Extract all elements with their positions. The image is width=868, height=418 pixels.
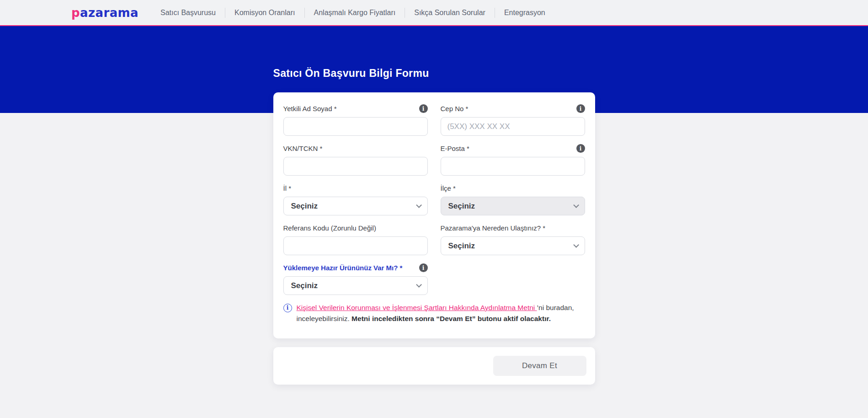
devam-et-button[interactable]: Devam Et [493, 356, 586, 376]
pazarama-logo[interactable]: pazarama [71, 7, 138, 19]
page-title: Satıcı Ön Başvuru Bilgi Formu [273, 26, 595, 80]
logo-part-blue: azarama [80, 6, 138, 20]
il-select[interactable]: Seçiniz [283, 197, 428, 215]
nav-item-komisyon-oranlari[interactable]: Komisyon Oranları [225, 9, 304, 17]
ilce-label: İlçe * [441, 184, 456, 192]
info-icon[interactable]: i [419, 104, 428, 113]
eposta-input[interactable] [441, 157, 585, 176]
yuklemeye-hazir-urun-select-value: Seçiniz [291, 281, 318, 290]
kvkk-line2-bold: Metni inceledikten sonra “Devam Et” buto… [351, 315, 551, 322]
field-nereden-ulastiniz: Pazarama'ya Nereden Ulaştınız? * Seçiniz [441, 224, 585, 255]
vkn-tckn-label: VKN/TCKN * [283, 145, 323, 152]
main-content: Yetkili Ad Soyad * i Cep No * i VKN/TCKN… [273, 92, 595, 385]
nav-item-anlasmali-kargo-fiyatlari[interactable]: Anlaşmalı Kargo Fiyatları [305, 9, 405, 17]
nav-item-satici-basvurusu[interactable]: Satıcı Başvurusu [151, 9, 225, 17]
top-navigation: pazarama Satıcı Başvurusu Komisyon Oranl… [0, 0, 868, 26]
field-yetkili-ad-soyad: Yetkili Ad Soyad * i [283, 104, 428, 136]
field-ilce: İlçe * Seçiniz [441, 184, 585, 215]
logo-part-pink: p [71, 6, 80, 20]
field-il: İl * Seçiniz [283, 184, 428, 215]
yetkili-ad-soyad-label: Yetkili Ad Soyad * [283, 105, 337, 113]
kvkk-notice: i Kişisel Verilerin Korunması ve İşlenme… [283, 302, 585, 325]
field-yuklemeye-hazir-urun: Yüklemeye Hazır Ürününüz Var Mı? * i Seç… [283, 263, 428, 295]
ilce-select-value: Seçiniz [448, 202, 475, 211]
form-footer-card: Devam Et [273, 347, 595, 385]
cep-no-input[interactable] [441, 117, 585, 136]
nereden-ulastiniz-select[interactable]: Seçiniz [441, 236, 585, 255]
nereden-ulastiniz-label: Pazarama'ya Nereden Ulaştınız? * [441, 224, 546, 232]
nav-item-sikca-sorulan-sorular[interactable]: Sıkça Sorulan Sorular [405, 9, 495, 17]
il-label: İl * [283, 184, 292, 192]
chevron-down-icon [416, 282, 422, 288]
field-cep-no: Cep No * i [441, 104, 585, 136]
application-form-card: Yetkili Ad Soyad * i Cep No * i VKN/TCKN… [273, 92, 595, 338]
vkn-tckn-input[interactable] [283, 157, 428, 176]
info-icon[interactable]: i [419, 263, 428, 272]
info-circle-outline-icon: i [283, 304, 292, 312]
chevron-down-icon [573, 202, 579, 208]
il-select-value: Seçiniz [291, 202, 318, 211]
yetkili-ad-soyad-input[interactable] [283, 117, 428, 136]
chevron-down-icon [416, 202, 422, 208]
kvkk-text: Kişisel Verilerin Korunması ve İşlenmesi… [297, 302, 574, 325]
field-eposta: E-Posta * i [441, 144, 585, 176]
eposta-label: E-Posta * [441, 145, 469, 152]
kvkk-after-link: ’ni buradan, [537, 304, 574, 311]
info-icon[interactable]: i [576, 104, 585, 113]
cep-no-label: Cep No * [441, 105, 469, 113]
nereden-ulastiniz-select-value: Seçiniz [448, 241, 475, 251]
referans-kodu-label: Referans Kodu (Zorunlu Değil) [283, 224, 376, 232]
info-icon[interactable]: i [576, 144, 585, 153]
yuklemeye-hazir-urun-select[interactable]: Seçiniz [283, 276, 428, 295]
grid-spacer [441, 263, 585, 295]
nav-menu: Satıcı Başvurusu Komisyon Oranları Anlaş… [151, 8, 554, 18]
field-referans-kodu: Referans Kodu (Zorunlu Değil) [283, 224, 428, 255]
yuklemeye-hazir-urun-label: Yüklemeye Hazır Ürününüz Var Mı? * [283, 264, 403, 272]
kvkk-aydinlatma-metni-link[interactable]: Kişisel Verilerin Korunması ve İşlenmesi… [297, 304, 537, 311]
chevron-down-icon [573, 242, 579, 248]
kvkk-line2-regular: inceleyebilirsiniz. [297, 315, 352, 322]
referans-kodu-input[interactable] [283, 236, 428, 255]
nav-item-entegrasyon[interactable]: Entegrasyon [495, 9, 554, 17]
ilce-select[interactable]: Seçiniz [441, 197, 585, 215]
field-vkn-tckn: VKN/TCKN * [283, 144, 428, 176]
